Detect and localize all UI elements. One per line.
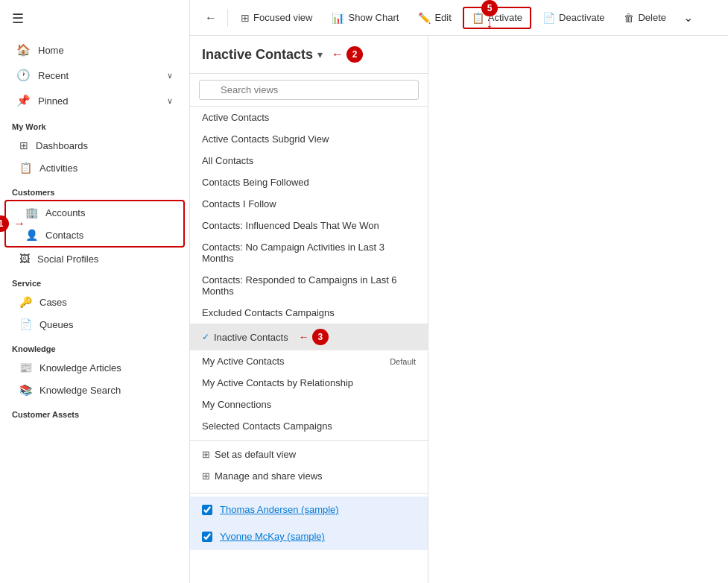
section-title-customer-assets: Customer Assets — [0, 401, 189, 422]
main-area: 5 ↓ ← ⊞ Focused view 📊 Show Chart ✏️ Edi… — [190, 0, 728, 583]
thomas-link[interactable]: Thomas Andersen (sample) — [220, 504, 339, 515]
cases-icon: 🔑 — [19, 296, 32, 308]
edit-icon: ✏️ — [418, 12, 431, 24]
view-list-item-contacts-being-followed[interactable]: Contacts Being Followed — [190, 171, 428, 193]
focused-view-button[interactable]: ⊞ Focused view — [232, 7, 320, 28]
section-title-knowledge: Knowledge — [0, 335, 189, 356]
data-row-thomas[interactable]: 4 → Thomas Andersen (sample) — [190, 497, 428, 523]
sidebar-item-queues[interactable]: 📄 Queues — [4, 313, 185, 335]
back-button[interactable]: ← — [199, 7, 223, 28]
view-list: Active Contacts Active Contacts Subgrid … — [190, 107, 428, 583]
sidebar-item-accounts[interactable]: 🏢 Accounts — [10, 201, 179, 224]
chevron-down-icon: ∨ — [167, 71, 173, 81]
view-list-item-active-contacts[interactable]: Active Contacts — [190, 107, 428, 128]
focused-view-label: Focused view — [253, 12, 312, 23]
annotation-badge-2: 2 — [346, 46, 363, 63]
delete-label: Delete — [638, 12, 666, 23]
view-item-label: My Connections — [202, 399, 271, 410]
default-badge: Default — [390, 357, 416, 366]
show-chart-button[interactable]: 📊 Show Chart — [323, 7, 407, 28]
view-item-label: Contacts: Responded to Campaigns in Last… — [202, 274, 416, 297]
view-list-item-inactive-contacts[interactable]: ✓ Inactive Contacts ← 3 — [190, 324, 428, 350]
set-default-view-action[interactable]: ⊞ Set as default view — [190, 444, 428, 465]
view-item-label: Contacts: No Campaign Activities in Last… — [202, 242, 416, 264]
social-profiles-icon: 🖼 — [19, 253, 30, 265]
pin-icon: 📌 — [16, 94, 31, 107]
view-list-item-contacts-i-follow[interactable]: Contacts I Follow — [190, 193, 428, 215]
sidebar-item-label: Knowledge Articles — [39, 362, 121, 374]
sidebar-item-dashboards[interactable]: ⊞ Dashboards — [4, 134, 185, 157]
deactivate-label: Deactivate — [559, 12, 604, 23]
data-row-yvonne[interactable]: → Yvonne McKay (sample) — [190, 523, 428, 550]
sidebar-item-label: Dashboards — [36, 140, 88, 151]
accounts-icon: 🏢 — [25, 207, 38, 218]
annotation-badge-5: 5 — [481, 0, 498, 16]
annotation-badge-1: 1 — [0, 215, 9, 232]
view-search-container: 🔍 — [190, 74, 428, 107]
view-search-input[interactable] — [199, 80, 419, 100]
view-item-label: Contacts: Influenced Deals That We Won — [202, 220, 379, 231]
view-list-item-contacts-no-campaign[interactable]: Contacts: No Campaign Activities in Last… — [190, 236, 428, 269]
hamburger-menu[interactable]: ☰ — [0, 0, 189, 37]
sidebar-item-social-profiles[interactable]: 🖼 Social Profiles — [4, 248, 185, 270]
more-options-button[interactable]: ⌄ — [677, 7, 699, 28]
activities-icon: 📋 — [19, 162, 32, 174]
view-list-item-active-contacts-subgrid[interactable]: Active Contacts Subgrid View — [190, 128, 428, 150]
sidebar-item-label: Queues — [39, 319, 74, 330]
sidebar-item-label: Pinned — [38, 95, 159, 107]
view-list-item-contacts-influenced-deals[interactable]: Contacts: Influenced Deals That We Won — [190, 215, 428, 236]
sidebar-item-knowledge-articles[interactable]: 📰 Knowledge Articles — [4, 356, 185, 379]
view-list-item-all-contacts[interactable]: All Contacts — [190, 150, 428, 171]
view-item-label: Selected Contacts Campaigns — [202, 420, 332, 432]
delete-icon: 🗑 — [624, 12, 634, 24]
view-item-label: Contacts I Follow — [202, 198, 276, 209]
set-default-icon: ⊞ — [202, 449, 210, 460]
recent-icon: 🕐 — [16, 69, 31, 82]
chevron-down-icon: ∨ — [167, 96, 173, 106]
sidebar-item-recent[interactable]: 🕐 Recent ∨ — [4, 63, 185, 88]
view-dropdown-icon[interactable]: ▾ — [317, 48, 323, 60]
sidebar-item-label: Activities — [39, 163, 77, 174]
focused-view-icon: ⊞ — [241, 12, 250, 24]
manage-share-views-action[interactable]: ⊞ Manage and share views — [190, 465, 428, 487]
sidebar-item-home[interactable]: 🏠 Home — [4, 37, 185, 63]
sidebar-item-label: Knowledge Search — [39, 385, 121, 396]
sidebar: ☰ 🏠 Home 🕐 Recent ∨ 📌 Pinned ∨ My Work ⊞… — [0, 0, 190, 583]
view-list-item-contacts-responded-campaigns[interactable]: Contacts: Responded to Campaigns in Last… — [190, 269, 428, 302]
toolbar-separator-1 — [227, 9, 228, 27]
view-item-label: All Contacts — [202, 155, 253, 166]
edit-button[interactable]: ✏️ Edit — [410, 7, 459, 28]
view-title: Inactive Contacts — [202, 47, 313, 63]
view-list-item-my-connections[interactable]: My Connections — [190, 394, 428, 415]
yvonne-checkbox[interactable] — [202, 532, 212, 542]
view-list-item-excluded-contacts-campaigns[interactable]: Excluded Contacts Campaigns — [190, 302, 428, 324]
view-action-label: Manage and share views — [215, 470, 323, 482]
view-list-item-my-active-contacts[interactable]: My Active Contacts Default — [190, 350, 428, 372]
view-list-divider — [190, 440, 428, 441]
knowledge-articles-icon: 📰 — [19, 362, 32, 374]
sidebar-item-label: Accounts — [45, 207, 85, 218]
view-panel: Inactive Contacts ▾ ← 2 🔍 — [190, 36, 428, 583]
view-list-item-selected-contacts-campaigns[interactable]: Selected Contacts Campaigns — [190, 415, 428, 437]
view-list-item-my-active-contacts-relationship[interactable]: My Active Contacts by Relationship — [190, 372, 428, 394]
edit-label: Edit — [434, 12, 451, 23]
check-icon: ✓ — [202, 332, 209, 342]
thomas-checkbox[interactable] — [202, 505, 212, 515]
sidebar-item-cases[interactable]: 🔑 Cases — [4, 291, 185, 313]
sidebar-item-label: Cases — [39, 297, 67, 308]
delete-button[interactable]: 🗑 Delete — [615, 7, 674, 28]
sidebar-item-knowledge-search[interactable]: 📚 Knowledge Search — [4, 379, 185, 401]
sidebar-item-activities[interactable]: 📋 Activities — [4, 157, 185, 179]
view-item-label: Excluded Contacts Campaigns — [202, 307, 335, 318]
sidebar-item-label: Social Profiles — [37, 253, 98, 265]
deactivate-button[interactable]: 📄 Deactivate — [534, 7, 613, 28]
sidebar-item-contacts[interactable]: 👤 Contacts — [10, 224, 179, 246]
view-item-label: My Active Contacts — [202, 356, 285, 367]
show-chart-label: Show Chart — [348, 12, 399, 23]
view-item-label: Inactive Contacts — [214, 332, 288, 343]
view-item-label: Contacts Being Followed — [202, 177, 309, 188]
manage-share-icon: ⊞ — [202, 470, 210, 482]
sidebar-item-pinned[interactable]: 📌 Pinned ∨ — [4, 88, 185, 113]
yvonne-link[interactable]: Yvonne McKay (sample) — [220, 531, 325, 542]
sidebar-item-label: Contacts — [45, 230, 83, 241]
